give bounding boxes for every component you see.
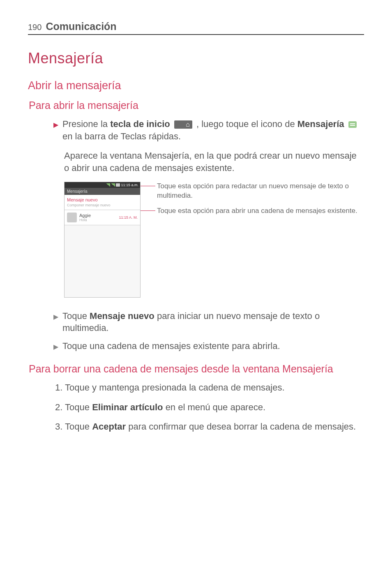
bold-text: Eliminar artículo — [92, 402, 163, 412]
page-header: 190 Comunicación — [28, 21, 364, 35]
signal-icon — [111, 183, 115, 187]
callout-thread: Toque esta opción para abrir una cadena … — [151, 206, 364, 216]
bullet-text: Toque Mensaje nuevo para iniciar un nuev… — [62, 310, 364, 334]
text-fragment: Toque — [62, 311, 90, 321]
thread-message: Hola — [79, 218, 119, 222]
battery-icon — [116, 183, 120, 187]
list-item: 3. Toque Aceptar para confirmar que dese… — [53, 421, 364, 433]
triangle-icon: ▶ — [53, 312, 58, 321]
text-fragment: 2. Toque — [55, 402, 92, 412]
text-fragment: 3. Toque — [55, 421, 92, 432]
phone-empty-area — [65, 225, 140, 297]
list-item: 2. Toque Eliminar artículo en el menú qu… — [53, 401, 364, 414]
phone-thread-row: Aggie Hola 11:15 A. M. — [65, 210, 140, 225]
bullet-text: Toque una cadena de mensajes existente p… — [62, 340, 280, 352]
text-fragment: Presione la — [62, 119, 110, 129]
bold-text: Mensaje nuevo — [90, 311, 154, 321]
bold-text: tecla de inicio — [110, 119, 170, 129]
signal-icon — [106, 183, 110, 187]
list-item: 1. Toque y mantenga presionada la cadena… — [53, 381, 364, 394]
phone-compose-row: Mensaje nuevo Componer mensaje nuevo — [65, 195, 140, 210]
page-number: 190 — [28, 23, 42, 32]
section-title: Comunicación — [46, 21, 116, 32]
home-key-icon — [174, 120, 192, 129]
avatar — [67, 213, 77, 222]
messaging-icon — [348, 121, 357, 128]
compose-subtitle: Componer mensaje nuevo — [67, 203, 138, 207]
paragraph: Aparece la ventana Mensajería, en la que… — [64, 150, 364, 174]
text-fragment: , luego toque el icono de — [196, 119, 297, 129]
bold-text: Aceptar — [92, 421, 126, 432]
bullet-item: ▶ Toque Mensaje nuevo para iniciar un nu… — [53, 310, 364, 334]
triangle-icon: ▶ — [53, 342, 58, 351]
compose-title: Mensaje nuevo — [67, 197, 138, 202]
heading-3-delete: Para borrar una cadena de mensajes desde… — [29, 363, 364, 375]
phone-status-bar: 11:15 a.m. — [65, 182, 140, 188]
thread-name: Aggie — [79, 213, 119, 218]
bullet-text: Presione la tecla de inicio , luego toqu… — [62, 118, 364, 142]
text-fragment: en la barra de Teclas rápidas. — [62, 131, 181, 141]
phone-screenshot: 11:15 a.m. Mensajería Mensaje nuevo Comp… — [64, 182, 141, 298]
callouts: Toque esta opción para redactar un nuevo… — [151, 182, 364, 222]
heading-3-open: Para abrir la mensajería — [29, 99, 364, 111]
figure-row: 11:15 a.m. Mensajería Mensaje nuevo Comp… — [64, 182, 364, 298]
thread-time: 11:15 A. M. — [119, 215, 138, 220]
bold-text: Mensajería — [297, 119, 344, 129]
bullet-item: ▶ Presione la tecla de inicio , luego to… — [53, 118, 364, 142]
phone-app-title: Mensajería — [65, 188, 140, 195]
text-fragment: en el menú que aparece. — [163, 402, 266, 412]
heading-2: Abrir la mensajería — [28, 79, 364, 92]
triangle-icon: ▶ — [53, 120, 58, 129]
numbered-list: 1. Toque y mantenga presionada la cadena… — [53, 381, 364, 433]
thread-info: Aggie Hola — [79, 213, 119, 222]
heading-1: Mensajería — [28, 50, 364, 67]
text-fragment: para confirmar que desea borrar la caden… — [126, 421, 356, 432]
status-time: 11:15 a.m. — [121, 183, 138, 187]
callout-compose: Toque esta opción para redactar un nuevo… — [151, 182, 364, 201]
bullet-item: ▶ Toque una cadena de mensajes existente… — [53, 340, 364, 352]
